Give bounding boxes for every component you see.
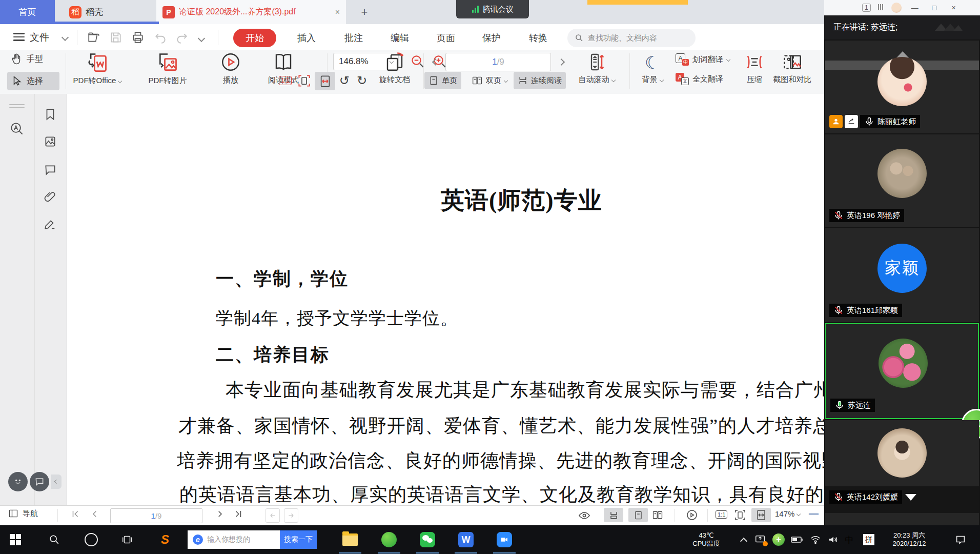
actual-size-button[interactable]: 1:1 (716, 510, 727, 519)
open-folder-icon[interactable] (87, 31, 100, 44)
wechat-button[interactable] (416, 525, 439, 554)
word-translate-button[interactable]: A 中 划词翻译 (676, 53, 730, 66)
start-button[interactable] (5, 525, 26, 554)
participant-tile[interactable]: 陈丽虹老师 (825, 41, 979, 133)
ime-mode-button[interactable]: 拼 (860, 525, 877, 554)
history-forward-button[interactable] (284, 508, 298, 523)
full-translate-button[interactable]: A 文 全文翻译 (676, 73, 723, 85)
background-button[interactable]: ☾ 背景 (635, 51, 670, 91)
participant-tile[interactable]: 家颖 英语161邱家颖 (825, 228, 979, 322)
fit-width-button[interactable] (751, 508, 771, 522)
fit-page-button[interactable] (734, 509, 746, 521)
hamburger-icon[interactable] (13, 33, 25, 41)
redo-icon[interactable] (175, 31, 189, 44)
tab-document[interactable]: P 论证版 2020级外...养方案(3).pdf × (156, 0, 346, 24)
single-page-view[interactable] (628, 508, 648, 522)
file-menu[interactable]: 文件 (30, 30, 49, 45)
select-tool[interactable]: 选择 (7, 72, 59, 90)
menu-convert[interactable]: 转换 (529, 30, 547, 46)
tray-projector-button[interactable] (751, 525, 769, 554)
single-page-toggle[interactable]: 单页 (424, 72, 461, 89)
status-page-box[interactable]: 1/9 (110, 508, 202, 523)
hand-tool[interactable]: 手型 (10, 53, 43, 65)
file-explorer-button[interactable] (338, 525, 362, 554)
menu-edit[interactable]: 编辑 (391, 30, 409, 46)
rotate-document-button[interactable]: 旋转文档 (372, 51, 417, 91)
history-back-button[interactable] (266, 508, 280, 523)
fit-width-button[interactable] (315, 72, 335, 90)
menu-start[interactable]: 开始 (233, 29, 276, 47)
first-page-icon[interactable] (71, 509, 80, 519)
collapse-widget-icon[interactable] (51, 474, 62, 489)
actual-size-button[interactable]: 1:1 (277, 72, 294, 89)
signature-icon[interactable] (44, 217, 57, 231)
participant-tile-speaking[interactable]: 苏远连 (825, 323, 979, 419)
next-page-icon[interactable] (215, 509, 224, 519)
attachment-icon[interactable] (44, 190, 57, 204)
tray-expand-button[interactable] (736, 525, 751, 554)
undo-icon[interactable] (154, 31, 167, 44)
continuous-read-toggle[interactable] (604, 508, 623, 522)
chat-bubble-icon[interactable] (30, 472, 49, 491)
rotate-left-icon[interactable]: ↺ (339, 73, 350, 88)
feedback-widget[interactable] (8, 472, 62, 491)
screenshot-compare-button[interactable]: 截图和对比 (768, 51, 817, 91)
menu-protect[interactable]: 保护 (482, 30, 501, 46)
double-page-toggle[interactable]: 双页 (467, 72, 512, 89)
pdf-to-image-button[interactable]: PDF转图片 (139, 51, 196, 91)
zoom-percent-dropdown[interactable]: 147% (775, 509, 800, 518)
emoji-face-icon[interactable] (8, 472, 28, 491)
double-page-view[interactable] (652, 509, 663, 521)
slideshow-icon[interactable] (686, 509, 698, 521)
last-page-icon[interactable] (234, 509, 243, 519)
rotate-right-icon[interactable]: ↻ (357, 73, 367, 88)
taskbar-search-input[interactable]: e 输入你想搜的 (188, 530, 280, 549)
menu-insert[interactable]: 插入 (297, 30, 316, 46)
tab-home[interactable]: 首页 (0, 0, 55, 24)
taskbar-search-button[interactable]: 搜索一下 (280, 530, 317, 549)
collapse-panel-icon[interactable] (905, 494, 916, 501)
save-icon[interactable] (109, 31, 122, 44)
taskbar-search-icon[interactable] (44, 525, 65, 554)
function-search-input[interactable]: 查找功能、文档内容 (567, 29, 696, 47)
continuous-read-toggle[interactable]: 连续阅读 (514, 72, 566, 89)
meeting-floating-bar[interactable]: 腾讯会议 (456, 0, 529, 18)
tray-wifi-button[interactable] (807, 525, 824, 554)
sidebar-drag-handle[interactable] (9, 104, 25, 110)
clock-widget[interactable]: 20:23 周六2020/12/12 (880, 525, 939, 554)
menu-page[interactable]: 页面 (437, 30, 455, 46)
bookmark-icon[interactable] (44, 108, 57, 121)
pdf-to-office-button[interactable]: PDF转Office (69, 51, 126, 91)
auto-scroll-button[interactable]: 自动滚动 (573, 51, 620, 91)
wps-button[interactable]: W (454, 525, 478, 554)
compress-button[interactable]: 压缩 (738, 51, 771, 91)
prev-page-icon[interactable] (90, 509, 99, 519)
cortana-button[interactable] (81, 525, 101, 554)
task-view-button[interactable] (117, 525, 137, 554)
page-number-box[interactable]: 1/9 (445, 53, 551, 71)
tray-antivirus-button[interactable]: + (770, 525, 787, 554)
zoom-out-button[interactable]: — (809, 508, 819, 519)
ime-language-button[interactable]: 中 (842, 525, 857, 554)
new-tab-button[interactable]: + (356, 4, 373, 21)
sogou-input-button[interactable]: S (154, 525, 176, 554)
account-avatar[interactable] (891, 3, 902, 13)
menu-annotate[interactable]: 批注 (344, 30, 363, 46)
browser-button[interactable] (377, 525, 401, 554)
eye-protect-icon[interactable] (578, 509, 590, 522)
image-panel-icon[interactable] (44, 135, 57, 148)
participant-tile[interactable]: 英语196 邓艳婷 (825, 134, 979, 227)
fit-page-icon[interactable] (297, 74, 311, 88)
navigation-toggle[interactable]: 导航 (8, 508, 38, 519)
close-button[interactable]: × (948, 4, 960, 12)
close-tab-icon[interactable]: × (335, 8, 340, 17)
comment-panel-icon[interactable] (44, 163, 57, 176)
print-icon[interactable] (131, 31, 145, 44)
maximize-button[interactable]: □ (928, 4, 941, 12)
tray-volume-button[interactable] (824, 525, 842, 554)
cpu-temp-widget[interactable]: 43℃CPU温度 (682, 525, 731, 554)
tray-battery-button[interactable] (788, 525, 806, 554)
minimize-button[interactable]: — (909, 4, 921, 12)
play-button[interactable]: 播放 (210, 51, 251, 91)
action-center-button[interactable] (949, 525, 972, 554)
